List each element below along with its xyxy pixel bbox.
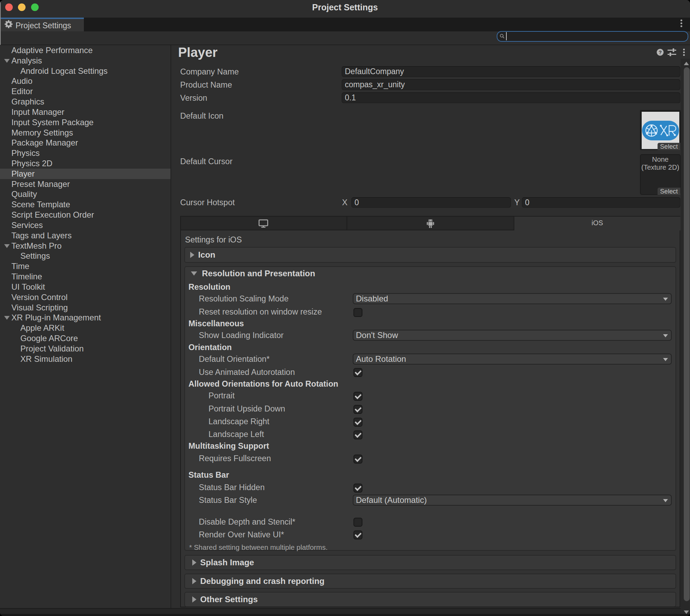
- svg-text:?: ?: [659, 49, 662, 55]
